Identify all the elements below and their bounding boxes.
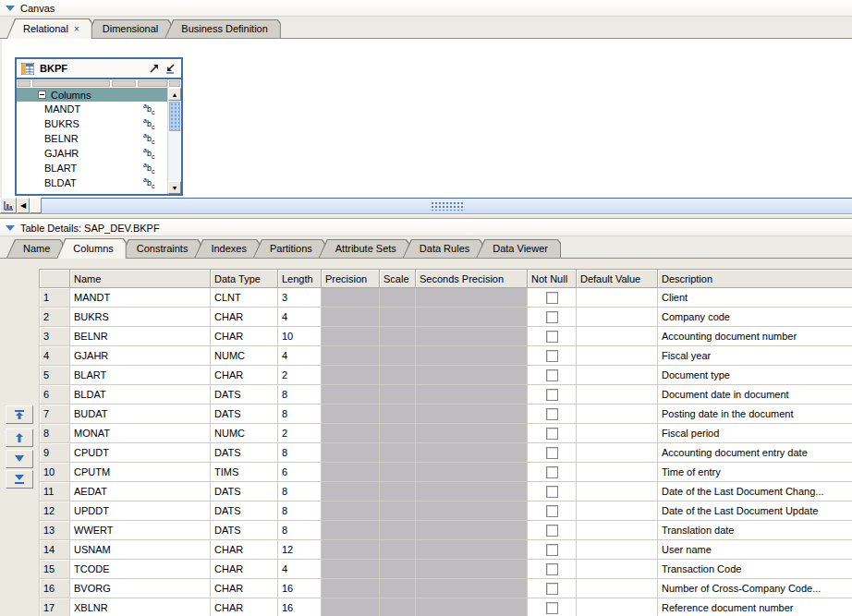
default-value-cell[interactable] — [577, 482, 658, 501]
name-cell[interactable]: AEDAT — [70, 482, 211, 501]
canvas-area[interactable]: BKPF — [0, 39, 852, 198]
data-type-cell[interactable]: DATS — [211, 521, 278, 540]
tab-constraints[interactable]: Constraints — [120, 239, 201, 258]
name-cell[interactable]: BUDAT — [70, 405, 211, 424]
length-cell[interactable]: 10 — [278, 327, 322, 346]
move-to-top-button[interactable] — [6, 405, 33, 424]
row-number-cell[interactable]: 4 — [40, 346, 70, 366]
scroll-left-button[interactable]: ◀ — [17, 198, 30, 213]
not-null-checkbox[interactable] — [546, 544, 558, 556]
data-type-cell[interactable]: DATS — [211, 482, 278, 501]
collapse-triangle-icon[interactable] — [6, 6, 15, 11]
length-cell[interactable]: 4 — [278, 308, 322, 327]
description-cell[interactable]: Transaction Code — [658, 560, 852, 579]
data-type-cell[interactable]: CHAR — [211, 560, 278, 579]
data-type-cell[interactable]: DATS — [211, 385, 278, 405]
row-number-cell[interactable]: 8 — [40, 424, 70, 443]
default-value-cell[interactable] — [577, 540, 658, 560]
description-cell[interactable]: Client — [658, 288, 852, 308]
default-value-cell[interactable] — [577, 308, 658, 327]
name-cell[interactable]: XBLNR — [70, 598, 211, 616]
mini-column-row[interactable]: MANDTabc — [17, 102, 167, 116]
name-cell[interactable]: BLART — [70, 366, 211, 385]
data-type-cell[interactable]: CHAR — [211, 366, 278, 385]
bkpf-table-node[interactable]: BKPF — [15, 57, 183, 196]
scroll-up-button[interactable]: ▲ — [168, 88, 181, 101]
not-null-checkbox[interactable] — [546, 505, 558, 517]
not-null-checkbox[interactable] — [546, 331, 558, 343]
description-cell[interactable]: Accounting document number — [658, 327, 852, 346]
length-cell[interactable]: 8 — [278, 405, 322, 424]
length-cell[interactable]: 12 — [278, 540, 322, 560]
tab-data-viewer[interactable]: Data Viewer — [476, 239, 561, 258]
collapse-triangle-icon[interactable] — [6, 225, 15, 231]
description-cell[interactable]: Time of entry — [658, 463, 852, 482]
data-type-cell[interactable]: TIMS — [211, 463, 278, 482]
not-null-checkbox[interactable] — [546, 525, 558, 537]
mini-column-row[interactable]: GJAHRabc — [17, 146, 167, 161]
tab-business-definition[interactable]: Business Definition — [164, 19, 281, 38]
not-null-checkbox[interactable] — [546, 408, 558, 420]
default-value-cell[interactable] — [577, 385, 658, 405]
not-null-checkbox[interactable] — [546, 466, 558, 478]
splitter-grip[interactable] — [431, 201, 464, 211]
default-value-cell[interactable] — [577, 598, 658, 616]
length-cell[interactable]: 2 — [278, 366, 322, 385]
length-cell[interactable]: 8 — [278, 521, 322, 540]
scroll-track[interactable] — [168, 132, 181, 181]
data-type-cell[interactable]: NUMC — [211, 424, 278, 443]
description-cell[interactable]: Date of the Last Document Update — [658, 501, 852, 521]
description-cell[interactable]: Fiscal period — [658, 424, 852, 443]
row-number-cell[interactable]: 11 — [40, 482, 70, 501]
data-type-cell[interactable]: CHAR — [211, 327, 278, 346]
default-value-cell[interactable] — [577, 405, 658, 424]
length-cell[interactable]: 4 — [278, 560, 322, 579]
length-cell[interactable]: 8 — [278, 443, 322, 463]
tab-name[interactable]: Name — [6, 239, 63, 258]
not-null-checkbox[interactable] — [546, 447, 558, 459]
default-value-cell[interactable] — [577, 443, 658, 463]
length-cell[interactable]: 8 — [278, 501, 322, 521]
not-null-checkbox[interactable] — [546, 583, 558, 595]
row-number-cell[interactable]: 3 — [40, 327, 70, 346]
row-number-cell[interactable]: 1 — [40, 288, 70, 308]
not-null-checkbox[interactable] — [546, 350, 558, 362]
name-cell[interactable]: BELNR — [70, 327, 211, 346]
default-value-cell[interactable] — [577, 327, 658, 346]
mini-column-row[interactable]: BELNRabc — [17, 131, 167, 146]
section-divider[interactable] — [0, 213, 852, 220]
not-null-checkbox[interactable] — [546, 602, 558, 614]
default-value-cell[interactable] — [577, 288, 658, 308]
description-cell[interactable]: Reference document number — [658, 598, 852, 616]
maximize-icon[interactable] — [149, 64, 160, 74]
tab-partitions[interactable]: Partitions — [253, 239, 325, 258]
not-null-checkbox[interactable] — [546, 292, 558, 304]
default-value-cell[interactable] — [577, 501, 658, 521]
data-type-cell[interactable]: DATS — [211, 405, 278, 424]
default-value-cell[interactable] — [577, 521, 658, 540]
name-cell[interactable]: USNAM — [70, 540, 211, 560]
default-value-cell[interactable] — [577, 463, 658, 482]
tab-data-rules[interactable]: Data Rules — [403, 239, 482, 258]
row-number-cell[interactable]: 7 — [40, 405, 70, 424]
description-cell[interactable]: Posting date in the document — [658, 405, 852, 424]
row-number-cell[interactable]: 12 — [40, 501, 70, 521]
mini-column-row[interactable]: BLDATabc — [17, 175, 167, 190]
columns-group-row[interactable]: Columns — [17, 88, 167, 102]
length-cell[interactable]: 4 — [278, 346, 322, 366]
mini-column-row[interactable]: BLARTabc — [17, 161, 167, 175]
not-null-checkbox[interactable] — [546, 369, 558, 381]
restore-icon[interactable] — [165, 64, 176, 74]
tab-indexes[interactable]: Indexes — [194, 239, 260, 258]
description-cell[interactable]: Accounting document entry date — [658, 443, 852, 463]
data-type-cell[interactable]: CHAR — [211, 579, 278, 598]
grid-header-cell[interactable]: Data Type — [211, 270, 278, 288]
default-value-cell[interactable] — [577, 366, 658, 385]
row-number-cell[interactable]: 5 — [40, 366, 70, 385]
grid-header-cell[interactable]: Scale — [380, 270, 416, 288]
description-cell[interactable]: Fiscal year — [658, 346, 852, 366]
move-to-bottom-button[interactable] — [6, 470, 33, 489]
data-type-cell[interactable]: CHAR — [211, 598, 278, 616]
length-cell[interactable]: 3 — [278, 288, 322, 308]
not-null-checkbox[interactable] — [546, 311, 558, 323]
